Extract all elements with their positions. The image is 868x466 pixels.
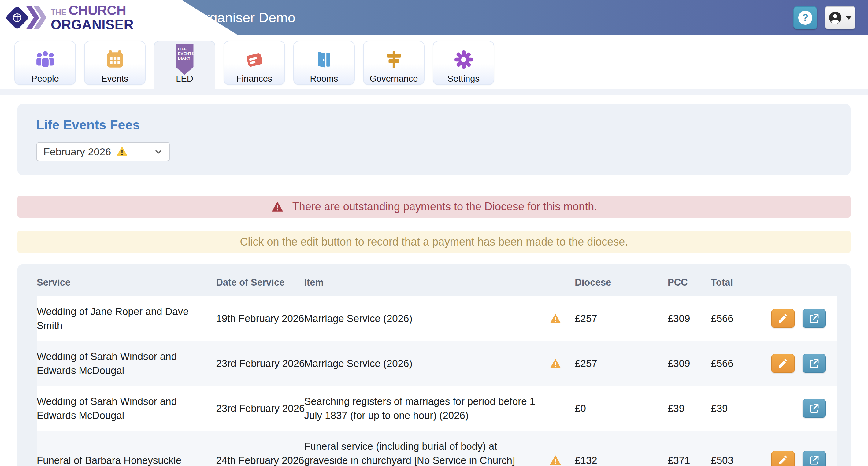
signpost-icon	[384, 46, 404, 73]
cell-warning	[549, 386, 575, 431]
tab-label: People	[31, 74, 59, 84]
edit-instruction-alert: Click on the edit button to record that …	[18, 231, 850, 253]
tab-label: Finances	[237, 74, 273, 84]
gear-icon	[454, 46, 474, 73]
alert-text: There are outstanding payments to the Di…	[292, 200, 597, 213]
cell-warning	[549, 341, 575, 386]
col-service: Service	[37, 269, 216, 296]
edit-button[interactable]	[771, 309, 795, 328]
edit-button[interactable]	[771, 451, 795, 466]
cell-pcc: £309	[668, 296, 711, 341]
pencil-icon	[777, 313, 789, 324]
fees-table-card: Service Date of Service Item Diocese PCC…	[18, 265, 850, 466]
cell-service: Funeral of Barbara Honeysuckle	[37, 431, 216, 466]
open-record-button[interactable]	[803, 309, 826, 328]
tab-settings[interactable]: Settings	[433, 41, 494, 85]
tab-label: Events	[101, 74, 128, 84]
pencil-icon	[777, 455, 789, 466]
col-date: Date of Service	[216, 269, 304, 296]
outstanding-payments-alert: There are outstanding payments to the Di…	[18, 196, 850, 218]
cell-diocese: £0	[575, 386, 668, 431]
cell-item: Marriage Service (2026)	[304, 296, 549, 341]
open-record-button[interactable]	[803, 354, 826, 373]
account-menu-button[interactable]	[825, 6, 856, 29]
cell-item: Funeral service (including burial of bod…	[304, 431, 549, 466]
cell-item: Searching registers of marriages for per…	[304, 386, 549, 431]
help-icon: ?	[798, 11, 812, 25]
col-actions	[759, 269, 837, 296]
main-nav: People Events LIFEEVENTSDIARY LED	[0, 35, 868, 95]
cell-service: Wedding of Sarah Windsor and Edwards McD…	[37, 341, 216, 386]
edit-button[interactable]	[771, 354, 795, 373]
cell-pcc: £371	[668, 431, 711, 466]
cross-in-circle-icon	[5, 5, 29, 30]
cell-total: £503	[711, 431, 759, 466]
chevron-down-icon	[154, 147, 163, 156]
cell-date: 23rd February 2026	[216, 341, 304, 386]
cell-date: 23rd February 2026	[216, 386, 304, 431]
tab-events[interactable]: Events	[84, 41, 146, 85]
external-link-icon	[808, 455, 820, 466]
open-record-button[interactable]	[803, 399, 826, 418]
row-warning-icon	[549, 358, 562, 370]
warning-triangle-icon	[117, 146, 128, 157]
tab-people[interactable]: People	[14, 41, 76, 85]
row-warning-icon	[549, 312, 562, 325]
tab-finances[interactable]: Finances	[224, 41, 285, 85]
cell-actions	[759, 386, 837, 431]
col-total: Total	[711, 269, 759, 296]
logo-text: THE CHURCH ORGANISER	[51, 4, 134, 31]
tab-led[interactable]: LIFEEVENTSDIARY LED	[154, 41, 215, 95]
cell-diocese: £132	[575, 431, 668, 466]
alert-text: Click on the edit button to record that …	[240, 236, 628, 248]
help-button[interactable]: ?	[794, 6, 817, 29]
main-content: Life Events Fees February 2026 There are…	[0, 104, 868, 466]
fees-table: Service Date of Service Item Diocese PCC…	[37, 269, 837, 466]
cell-pcc: £309	[668, 341, 711, 386]
cell-warning	[549, 296, 575, 341]
cell-warning	[549, 431, 575, 466]
row-warning-icon	[549, 454, 562, 466]
fees-header-card: Life Events Fees February 2026	[18, 104, 850, 175]
cell-item: Marriage Service (2026)	[304, 341, 549, 386]
led-banner-icon: LIFEEVENTSDIARY	[176, 46, 194, 73]
pencil-icon	[777, 358, 789, 369]
cell-actions	[759, 296, 837, 341]
tab-label: Governance	[370, 74, 418, 84]
cell-actions	[759, 341, 837, 386]
led-banner-text: LIFEEVENTSDIARY	[176, 44, 194, 75]
tab-governance[interactable]: Governance	[363, 41, 425, 85]
tab-label: LED	[176, 74, 193, 84]
col-warning	[549, 269, 575, 296]
cell-service: Wedding of Sarah Windsor and Edwards McD…	[37, 386, 216, 431]
open-record-button[interactable]	[803, 451, 826, 466]
tab-label: Rooms	[310, 74, 338, 84]
finances-card-icon	[244, 46, 265, 73]
door-icon	[314, 46, 334, 73]
page-title: Church Organiser Demo	[146, 10, 296, 26]
cell-date: 19th February 2026	[216, 296, 304, 341]
logo-church: CHURCH	[69, 4, 126, 17]
cell-service: Wedding of Jane Roper and Dave Smith	[37, 296, 216, 341]
cell-diocese: £257	[575, 341, 668, 386]
external-link-icon	[808, 403, 820, 414]
header-actions: ?	[794, 6, 856, 29]
tab-rooms[interactable]: Rooms	[293, 41, 355, 85]
cell-total: £39	[711, 386, 759, 431]
col-pcc: PCC	[668, 269, 711, 296]
month-select[interactable]: February 2026	[36, 142, 170, 161]
cell-total: £566	[711, 341, 759, 386]
logo-organiser: ORGANISER	[51, 18, 134, 31]
table-row: Wedding of Jane Roper and Dave Smith 19t…	[37, 296, 837, 341]
cell-actions	[759, 431, 837, 466]
logo-the: THE	[51, 8, 67, 16]
cell-date: 24th February 2026	[216, 431, 304, 466]
table-row: Wedding of Sarah Windsor and Edwards McD…	[37, 341, 837, 386]
cell-diocese: £257	[575, 296, 668, 341]
cell-total: £566	[711, 296, 759, 341]
col-item: Item	[304, 269, 549, 296]
month-select-value: February 2026	[43, 146, 111, 158]
tab-label: Settings	[447, 74, 479, 84]
cell-pcc: £39	[668, 386, 711, 431]
logo-emblem-icon	[7, 6, 46, 29]
